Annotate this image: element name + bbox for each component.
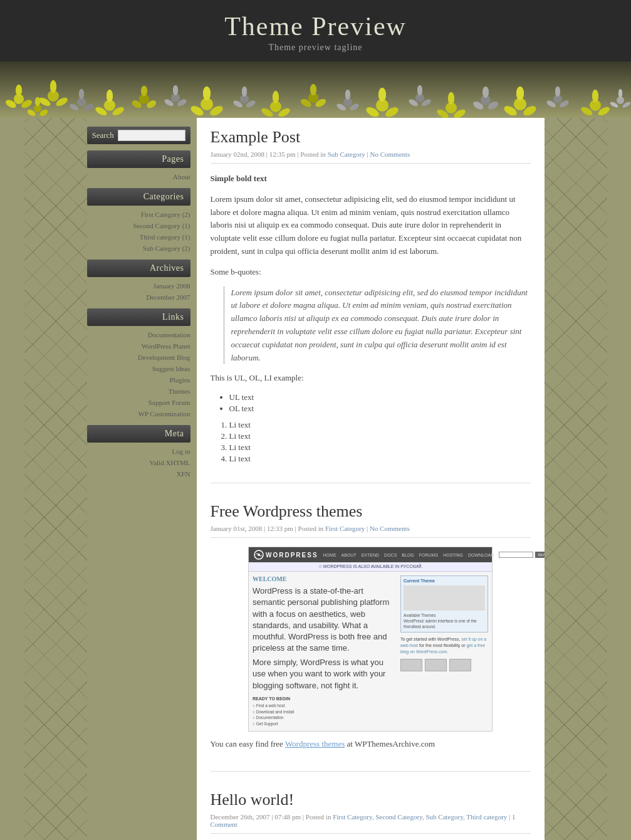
cat-link-3[interactable]: Third category (1) [140, 233, 190, 241]
svg-point-25 [79, 89, 84, 99]
pages-link-about[interactable]: About [173, 173, 190, 181]
post3-cat1[interactable]: First Category [333, 813, 372, 821]
cat-link-4[interactable]: Sub Category (2) [143, 244, 190, 252]
link-plugins[interactable]: Plugins [169, 376, 190, 384]
svg-point-88 [378, 88, 386, 102]
list-item: Valid XHTML [87, 458, 190, 468]
list-item: Themes [87, 386, 190, 396]
svg-point-130 [592, 90, 598, 102]
post-comments-link[interactable]: No Comments [370, 150, 410, 158]
main-content: Example Post January 02nd, 2008 | 12:35 … [197, 118, 545, 840]
wordpress-themes-link[interactable]: Wordpress themes [285, 739, 345, 748]
link-themes[interactable]: Themes [169, 387, 190, 395]
post2-paragraph: You can easy find free Wordpress themes … [211, 738, 531, 751]
wp-nav-hosting: HOSTING [443, 553, 463, 557]
svg-point-95 [417, 85, 422, 95]
main-area: Search Pages About Categories First Cate… [0, 118, 631, 840]
svg-point-123 [555, 87, 560, 97]
post-example: Example Post January 02nd, 2008 | 12:35 … [211, 128, 531, 483]
archive-link-dec[interactable]: December 2007 [147, 293, 190, 301]
wp-theme-description: Available Themes WordPress' admin interf… [404, 612, 485, 629]
meta-links-list: Log in Valid XHTML XFN [87, 446, 190, 479]
svg-point-39 [141, 86, 147, 96]
wp-nav-forums: FORUMS [419, 553, 438, 557]
link-support-forum[interactable]: Support Forum [149, 399, 190, 406]
list-item: January 2008 [87, 281, 190, 291]
cat-link-1[interactable]: First Category (2) [141, 211, 190, 218]
meta-widget: Meta Log in Valid XHTML XFN [87, 425, 190, 479]
post-bold-heading: Simple bold text [211, 174, 267, 183]
link-documentation[interactable]: Documentation [148, 331, 190, 339]
meta-xfn[interactable]: XFN [176, 470, 190, 478]
meta-xhtml[interactable]: Valid XHTML [149, 459, 190, 466]
wp-current-theme-title: Current Theme [404, 579, 485, 583]
list-item: December 2007 [87, 292, 190, 302]
meta-title: Meta [87, 425, 190, 443]
archive-link-jan[interactable]: January 2008 [154, 282, 190, 290]
wp-nav-about: ABOUT [342, 553, 357, 557]
list-item: Li text [229, 431, 531, 441]
search-input[interactable] [118, 130, 185, 141]
bquotes-label: Some b-quotes: [211, 266, 531, 279]
link-wp-custom[interactable]: WP Customization [138, 410, 190, 417]
wp-nav-extend: EXTEND [362, 553, 379, 557]
svg-point-137 [618, 89, 622, 98]
meta-login[interactable]: Log in [172, 448, 190, 455]
list-item: Third category (1) [87, 232, 190, 242]
wp-search-box [499, 552, 533, 558]
svg-point-4 [16, 85, 22, 96]
post3-cat4[interactable]: Third category [466, 813, 507, 821]
svg-point-102 [448, 92, 454, 105]
list-item: Log in [87, 446, 190, 456]
list-item: Suggest Ideas [87, 364, 190, 374]
list-item: Plugins [87, 375, 190, 385]
list-item: WP Customization [87, 409, 190, 419]
post2-cat-link[interactable]: First Category [325, 525, 365, 532]
wp-logo-text: WORDPRESS [266, 552, 318, 559]
wp-logo-area: WORDPRESS [254, 550, 318, 560]
flowers-svg [0, 61, 631, 118]
wp-nav-items: HOME ABOUT EXTEND DOCS BLOG FORUMS HOSTI… [323, 553, 494, 557]
wp-nav-docs: DOCS [384, 553, 397, 557]
post3-cat3[interactable]: Sub Category [425, 813, 462, 821]
link-suggest-ideas[interactable]: Suggest Ideas [152, 365, 190, 372]
svg-point-67 [273, 91, 279, 103]
pages-links-list: About [87, 172, 190, 182]
link-wp-planet[interactable]: WordPress Planet [142, 342, 190, 350]
cat-link-2[interactable]: Second Category (1) [133, 222, 190, 229]
wp-theme-preview-box [404, 585, 485, 611]
wp-ready-links: ○ Find a web host ○ Download and Install… [253, 703, 397, 727]
svg-point-21 [77, 98, 86, 107]
list-item: Li text [229, 454, 531, 464]
svg-point-116 [516, 87, 524, 100]
site-tagline: Theme preview tagline [0, 43, 631, 53]
list-item: Support Forum [87, 397, 190, 407]
search-widget: Search [87, 127, 190, 144]
link-dev-blog[interactable]: Development Blog [138, 354, 190, 361]
wp-get-started: To get started with WordPress, set it up… [400, 636, 488, 654]
wp-screenshot: WORDPRESS HOME ABOUT EXTEND DOCS BLOG FO… [248, 547, 493, 732]
list-item: Documentation [87, 330, 190, 340]
post-paragraph-1: Lorem ipsum dolor sit amet, consectetur … [211, 193, 531, 258]
archives-widget: Archives January 2008 December 2007 [87, 260, 190, 302]
list-item: XFN [87, 469, 190, 479]
post-content-1: Simple bold text Lorem ipsum dolor sit a… [211, 172, 531, 464]
post-cat-link[interactable]: Sub Category [328, 150, 365, 158]
wp-more-text: More simply, WordPress is what you use w… [253, 657, 397, 691]
svg-point-18 [35, 97, 40, 106]
list-item: Li text [229, 420, 531, 430]
wp-logos [400, 659, 488, 671]
svg-point-141 [258, 554, 260, 556]
wp-right-col: Current Theme Available Themes WordPress… [400, 575, 488, 727]
wp-ready-title: READY TO BEGIN [253, 696, 397, 701]
post2-comments-link[interactable]: No Comments [370, 525, 410, 532]
post-blockquote: Lorem ipsum dolor sit amet, consectetur … [223, 286, 531, 365]
wp-welcome-heading: WELCOME [253, 575, 397, 582]
svg-point-74 [310, 84, 316, 95]
pages-widget: Pages About [87, 150, 190, 182]
post3-cat2[interactable]: Second Category [375, 813, 422, 821]
wp-logo-box-2 [425, 659, 447, 671]
archives-title: Archives [87, 260, 190, 277]
links-title: Links [87, 308, 190, 326]
search-label: Search [92, 130, 114, 140]
